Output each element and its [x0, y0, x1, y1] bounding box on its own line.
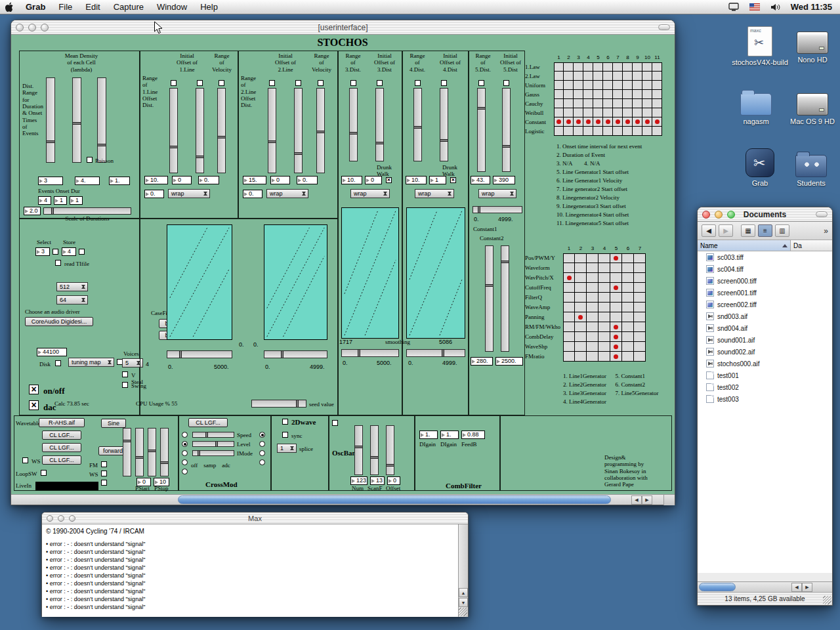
- wt-slider-1[interactable]: [123, 428, 131, 476]
- list-item[interactable]: snd004.aif: [698, 322, 832, 334]
- vsteal-checkbox[interactable]: [122, 371, 128, 377]
- num-numbox[interactable]: 123: [350, 476, 368, 485]
- speed-slider[interactable]: [192, 432, 234, 438]
- store-numbox[interactable]: 4: [62, 247, 76, 256]
- error-line[interactable]: • error : - : doesn't understand "signal…: [42, 564, 468, 572]
- dist5-checkbox-1[interactable]: [478, 80, 484, 86]
- dist3-waveform-display[interactable]: [341, 207, 399, 339]
- poisson-checkbox[interactable]: [87, 157, 93, 163]
- crossmod-radio-4[interactable]: [182, 459, 188, 465]
- dist5-wrap-menu[interactable]: wrap: [478, 189, 516, 198]
- minimize-button[interactable]: [28, 24, 36, 32]
- drunk-walk-checkbox[interactable]: [386, 177, 392, 183]
- menu-capture[interactable]: Capture: [107, 0, 150, 14]
- oscbank-slider-1[interactable]: [354, 425, 363, 475]
- list-item[interactable]: sound001.aif: [698, 334, 832, 346]
- toolbar-pill-button[interactable]: [816, 211, 828, 217]
- distribution-matrix[interactable]: 12345678910111.Law2.LawUniformGaussCauch…: [525, 53, 662, 136]
- cl-lgf-button-4[interactable]: CL LGF...: [188, 418, 228, 427]
- dist3-slider-2[interactable]: [375, 88, 384, 161]
- dist4-wrap-menu[interactable]: wrap: [415, 189, 454, 198]
- list-item[interactable]: screen000.tiff: [698, 275, 832, 287]
- line1-waveform-display[interactable]: [167, 224, 232, 340]
- desktop-icon-macos9-hd[interactable]: Mac OS 9 HD: [785, 87, 840, 125]
- error-line[interactable]: • error : - : doesn't understand "signal…: [42, 556, 468, 564]
- dist3-wrap-menu[interactable]: wrap: [350, 189, 390, 198]
- desktop-icon-stochos-build[interactable]: maxc stochosV4X-build: [727, 26, 793, 66]
- dist5-range-slider[interactable]: [472, 206, 522, 213]
- list-item[interactable]: sc003.tiff: [698, 251, 832, 263]
- minimize-button[interactable]: [715, 211, 723, 219]
- menu-help[interactable]: Help: [194, 0, 224, 14]
- line1-wrap-menu[interactable]: wrap: [168, 189, 210, 198]
- forward-button[interactable]: ▶: [719, 224, 733, 237]
- menu-window[interactable]: Window: [150, 0, 194, 14]
- parameter-matrix[interactable]: 1234567Pos/PWM/YWaveformWavPitch/XCutoff…: [525, 243, 646, 362]
- dist3-numbox-2[interactable]: 0: [365, 176, 382, 184]
- error-line[interactable]: • error : - : doesn't understand "signal…: [42, 548, 468, 556]
- line1-numbox-2[interactable]: 0: [172, 176, 192, 184]
- dist3-checkbox-2[interactable]: [377, 80, 383, 86]
- scroll-left-button[interactable]: [791, 583, 802, 592]
- line2-numbox-2[interactable]: 0: [270, 176, 290, 184]
- line2-waveform-display[interactable]: [264, 224, 327, 340]
- patch-horizontal-scrollbar[interactable]: [11, 494, 675, 505]
- ws2-checkbox[interactable]: [101, 471, 107, 476]
- seed-value-slider[interactable]: [251, 400, 306, 408]
- crossmod-radio-2[interactable]: [182, 441, 188, 447]
- date-column-header[interactable]: Da: [791, 240, 832, 251]
- disk-checkbox[interactable]: [55, 360, 61, 366]
- density-numbox-2[interactable]: 4.: [75, 177, 100, 185]
- displays-menu-icon[interactable]: [723, 3, 744, 11]
- audio-driver-button[interactable]: CoreAudio Digidesi...: [25, 317, 93, 326]
- 2dwave-checkbox[interactable]: [282, 419, 288, 425]
- dist5-numbox-1[interactable]: 43.: [471, 176, 490, 184]
- cl-lgf-button-3[interactable]: CL LGF...: [42, 455, 81, 465]
- input-language-flag-icon[interactable]: [744, 3, 765, 10]
- crossmod-radio-5[interactable]: [182, 469, 188, 474]
- density-slider-1[interactable]: [46, 77, 55, 163]
- apple-menu[interactable]: [0, 2, 19, 12]
- dist5-numbox-2[interactable]: 390: [493, 176, 515, 184]
- scrollbar-thumb[interactable]: [699, 583, 736, 591]
- zoom-button[interactable]: [727, 211, 735, 219]
- dac-toggle[interactable]: [29, 400, 39, 410]
- toolbar-pill-button[interactable]: [658, 24, 670, 30]
- crossmod-radio-3[interactable]: [182, 450, 188, 456]
- menu-file[interactable]: File: [52, 0, 79, 14]
- line2-wrap-menu[interactable]: wrap: [266, 189, 308, 198]
- read-tifile-checkbox[interactable]: [55, 260, 61, 266]
- line1-numbox-3[interactable]: 0.: [198, 176, 219, 184]
- documents-titlebar[interactable]: Documents: [698, 207, 832, 222]
- stochos-titlebar[interactable]: [userinterface]: [11, 20, 675, 35]
- name-column-header[interactable]: Name: [698, 240, 791, 251]
- desktop-icon-nagasm[interactable]: nagasm: [731, 87, 781, 125]
- swing-checkbox[interactable]: [122, 382, 128, 388]
- volume-menu-icon[interactable]: [765, 3, 787, 11]
- dist3-smoothing-slider[interactable]: [341, 349, 399, 357]
- column-view-button[interactable]: ▥: [775, 224, 789, 237]
- d2gain-numbox[interactable]: 1.: [440, 430, 459, 439]
- crossmod-radio-1[interactable]: [182, 432, 188, 438]
- cl-lgf-button-2[interactable]: CL LGF...: [42, 443, 81, 452]
- toolbar-overflow-chevron[interactable]: »: [824, 226, 828, 236]
- zoom-button[interactable]: [41, 24, 49, 32]
- dist5-slider-1[interactable]: [477, 88, 486, 172]
- wave1-slider[interactable]: [167, 350, 232, 358]
- menu-app-name[interactable]: Grab: [19, 0, 52, 14]
- wave2-slider[interactable]: [264, 350, 327, 358]
- dist3-checkbox-1[interactable]: [350, 80, 356, 86]
- density-numbox-3[interactable]: 1.: [109, 177, 130, 185]
- close-button[interactable]: [702, 211, 710, 219]
- error-line[interactable]: • error : - : doesn't understand "signal…: [42, 595, 468, 603]
- zoom-button[interactable]: [69, 515, 75, 522]
- dist4-checkbox-1[interactable]: [415, 80, 421, 86]
- wt-slider-3[interactable]: [148, 428, 156, 476]
- resize-grip[interactable]: [459, 608, 467, 616]
- scrollbar-thumb[interactable]: [178, 495, 611, 504]
- line2-numbox-1[interactable]: 15.: [243, 176, 266, 184]
- sync-checkbox[interactable]: [282, 432, 288, 438]
- source-radio-1[interactable]: [259, 432, 265, 438]
- line1-checkbox-2[interactable]: [197, 80, 203, 86]
- oscbank-checkbox[interactable]: [332, 420, 338, 426]
